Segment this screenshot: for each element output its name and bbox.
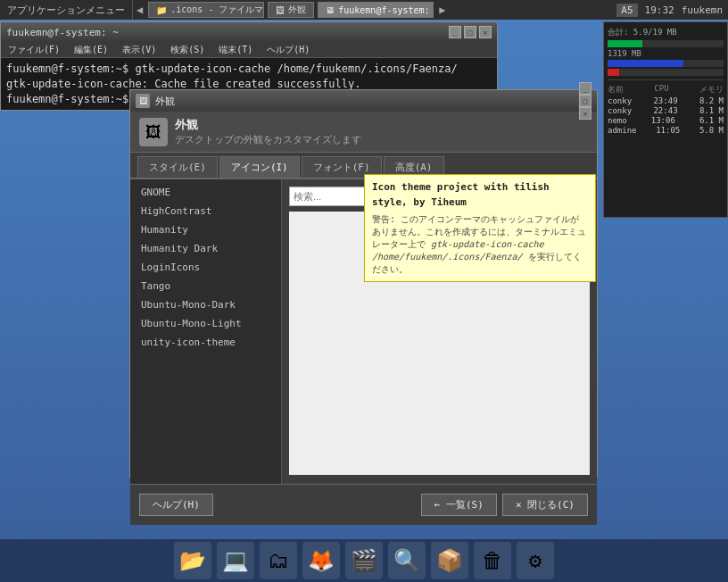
dock-archive-icon[interactable]: 📦 [431,542,468,579]
sysmon-proc-row-1: conky 23:49 8.2 M [608,96,724,105]
sysmon-col-cpu: CPU [654,84,668,96]
taskbar-top: アプリケーションメニュー ◀ 📁 .icons - ファイルマネージャー 🖼 外… [0,0,728,20]
dialog-header-info: 外観 デスクトップの外観をカスタマイズします [175,117,361,146]
tab-icon[interactable]: アイコン(I) [219,156,300,178]
dialog-close-btn[interactable]: ✕ [579,107,592,120]
sidebar-item-highcontrast[interactable]: HighContrast [130,202,281,220]
help-button[interactable]: ヘルプ(H) [139,494,213,516]
dock-folder-icon[interactable]: 🗂 [260,542,297,579]
dialog-win-controls: _ □ ✕ [579,82,592,120]
keyboard-indicator: A5 [616,4,637,17]
info-box: Icon theme project with tilish style, by… [364,174,596,282]
close-button[interactable]: ✕ 閉じる(C) [502,494,588,516]
dock-firefox-icon[interactable]: 🦊 [302,542,340,579]
sidebar-item-humanity-dark[interactable]: Humanity Dark [130,239,281,258]
sysmon-col-name: 名前 [608,84,624,96]
clock: 19:32 [645,4,674,16]
sysmon-proc-mem-4: 5.8 M [699,126,724,135]
sysmon-proc-mem-1: 8.2 M [699,96,724,105]
sysmon-proc-row-3: nemo 13:06 6.1 M [608,116,724,125]
desktop: アプリケーションメニュー ◀ 📁 .icons - ファイルマネージャー 🖼 外… [0,0,728,582]
dock-files-icon[interactable]: 📂 [174,542,211,579]
tab-terminal[interactable]: 🖥 fuukemn@f-system: ~ [318,2,434,18]
sysmon-row-mem: 1319 MB [608,49,724,58]
sysmon-proc-cpu-1: 23:49 [653,96,677,105]
taskbar-bottom: 📂 💻 🗂 🦊 🎬 🔍 📦 🗑 ⚙ [0,539,728,582]
sysmon-proc-cpu-3: 13:06 [651,116,675,125]
sidebar-item-ubuntu-mono-dark[interactable]: Ubuntu-Mono-Dark [130,295,281,314]
app-menu-button[interactable]: アプリケーションメニュー [0,0,133,20]
dialog-minimize-btn[interactable]: _ [579,82,592,95]
tabs-area: ◀ 📁 .icons - ファイルマネージャー 🖼 外観 🖥 fuukemn@f… [133,0,611,20]
tab-scroll-right[interactable]: ▶ [435,4,449,16]
appearance-tab-icon: 🖼 [276,5,285,15]
info-box-title: Icon theme project with tilish style, by… [372,180,588,210]
taskbar-right-area: A5 19:32 fuukemn [611,4,728,17]
username: fuukemn [682,4,723,16]
tab-appearance-label: 外観 [288,4,306,16]
terminal-line-1: fuukemn@f-system:~$ gtk-update-icon-cach… [6,62,492,77]
appearance-dialog: 🖼 外観 _ □ ✕ 🖼 外観 デスクトップの外観をカスタマイズします スタイル… [129,89,598,478]
sidebar-item-gnome[interactable]: GNOME [130,183,281,202]
sidebar-item-loginicons[interactable]: LoginIcons [130,258,281,277]
terminal-menu-search[interactable]: 検索(S) [167,43,208,57]
terminal-menu-edit[interactable]: 編集(E) [70,43,112,57]
sysmon-bar-1 [608,40,724,47]
tab-file-manager-label: .icons - ファイルマネージャー [170,4,264,16]
dialog-titlebar: 🖼 外観 _ □ ✕ [130,90,597,112]
sysmon-col-mem: メモリ [699,84,724,96]
terminal-menu-view[interactable]: 表示(V) [119,43,160,57]
terminal-minimize-btn[interactable]: _ [449,26,461,38]
dialog-maximize-btn[interactable]: □ [579,95,592,107]
sysmon-proc-cpu-2: 22:43 [653,106,677,115]
terminal-menu-help[interactable]: ヘルプ(H) [263,43,313,57]
dialog-title-left: 🖼 外観 [136,94,175,108]
sidebar-item-tango[interactable]: Tango [130,277,281,295]
terminal-close-btn[interactable]: ✕ [479,26,492,38]
sysmon-bar-fill-swap [608,69,619,76]
dialog-footer: ヘルプ(H) ← 一覧(S) ✕ 閉じる(C) [130,484,597,525]
dialog-header-icon: 🖼 [139,118,168,146]
back-button[interactable]: ← 一覧(S) [421,494,497,516]
sysmon-bar-fill-1 [608,40,642,47]
sysmon-row-total: 合計: 5.9/19 MB [608,27,724,38]
sysmon-proc-name-2: conky [608,106,632,115]
sysmon-proc-row-4: admine 11:05 5.8 M [608,126,724,135]
sysmon-proc-name-3: nemo [608,116,627,125]
footer-right-buttons: ← 一覧(S) ✕ 閉じる(C) [421,494,588,516]
terminal-menubar: ファイル(F) 編集(E) 表示(V) 検索(S) 端末(T) ヘルプ(H) [1,42,497,58]
terminal-title: fuukemn@f-system: ~ [6,27,119,38]
info-box-command: gtk-update-icon-cache /home/fuukemn/.ico… [372,239,543,262]
sidebar-item-ubuntu-mono-light[interactable]: Ubuntu-Mono-Light [130,314,281,333]
file-manager-tab-icon: 📁 [156,5,167,15]
sysmon-bar-2 [608,60,724,67]
sysmon-bar-fill-2 [608,60,683,67]
sysmon-process-section: 名前 CPU メモリ conky 23:49 8.2 M conky 22:43… [608,79,724,135]
tab-style[interactable]: スタイル(E) [137,156,218,178]
dock-trash-icon[interactable]: 🗑 [474,542,511,579]
tab-appearance[interactable]: 🖼 外観 [268,2,314,18]
sysmon-proc-name-1: conky [608,96,632,105]
sysmon-mem-label: 1319 MB [608,49,641,58]
dialog-title: 外観 [155,95,175,108]
sysmon-proc-name-4: admine [608,126,637,135]
sysmon-proc-mem-2: 8.1 M [699,106,724,115]
sidebar-item-humanity[interactable]: Humanity [130,220,281,239]
dialog-header-subtitle: デスクトップの外観をカスタマイズします [175,133,361,146]
dock-settings-icon[interactable]: ⚙ [517,542,554,579]
terminal-menu-terminal[interactable]: 端末(T) [215,43,256,57]
tab-terminal-label: fuukemn@f-system: ~ [338,5,434,15]
dock-vlc-icon[interactable]: 🎬 [345,542,383,579]
terminal-menu-file[interactable]: ファイル(F) [4,43,63,57]
sidebar-item-unity[interactable]: unity-icon-theme [130,333,281,352]
sysmon-header-row: 名前 CPU メモリ [608,84,724,96]
dock-search-icon[interactable]: 🔍 [388,542,426,579]
dock-terminal-icon[interactable]: 💻 [217,542,254,579]
tab-file-manager[interactable]: 📁 .icons - ファイルマネージャー [148,2,264,18]
sysmon-proc-mem-3: 6.1 M [699,116,724,125]
terminal-titlebar: fuukemn@f-system: ~ _ □ ✕ [1,22,497,42]
tab-scroll-left[interactable]: ◀ [133,4,146,16]
sysmon-panel: 合計: 5.9/19 MB 1319 MB 名前 CPU メモリ conky 2… [603,21,728,218]
sysmon-proc-cpu-4: 11:05 [656,126,680,135]
terminal-maximize-btn[interactable]: □ [464,26,476,38]
